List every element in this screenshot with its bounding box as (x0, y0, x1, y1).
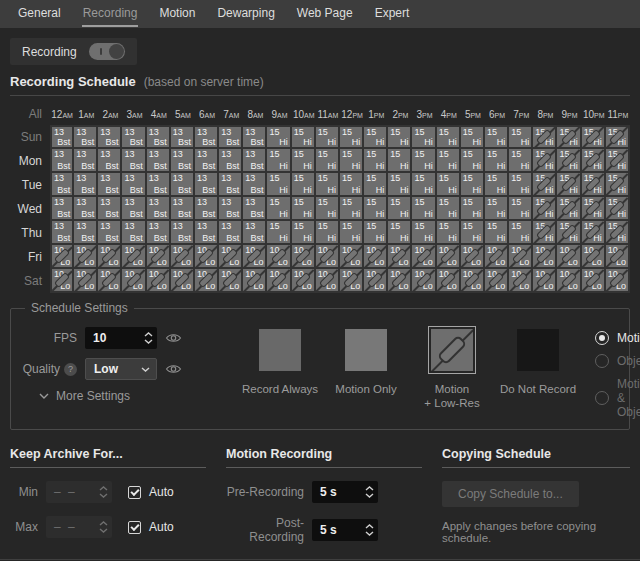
auto-checkbox[interactable] (128, 486, 141, 499)
schedule-cell[interactable]: 13Bst (171, 221, 195, 245)
min-spinbox[interactable]: – – (46, 481, 112, 503)
schedule-cell[interactable]: 15Hi (485, 197, 509, 221)
schedule-cell[interactable]: 15Hi (509, 125, 533, 149)
schedule-cell[interactable]: 13Bst (122, 125, 146, 149)
schedule-cell[interactable]: 10Lo (50, 269, 74, 293)
schedule-cell[interactable]: 13Bst (243, 173, 267, 197)
schedule-cell[interactable]: 15Hi (437, 149, 461, 173)
day-label-mon[interactable]: Mon (10, 149, 50, 173)
brush-motion-low-res[interactable]: Motion+ Low-Res (409, 327, 495, 410)
schedule-cell[interactable]: 10Lo (340, 245, 364, 269)
schedule-cell[interactable]: 15Hi (316, 173, 340, 197)
schedule-cell[interactable]: 10Lo (557, 245, 581, 269)
schedule-cell[interactable]: 13Bst (171, 149, 195, 173)
schedule-cell[interactable]: 13Bst (50, 197, 74, 221)
schedule-cell[interactable]: 13Bst (74, 125, 98, 149)
schedule-cell[interactable]: 15Hi (533, 149, 557, 173)
schedule-cell[interactable]: 10Lo (195, 245, 219, 269)
day-label-tue[interactable]: Tue (10, 173, 50, 197)
schedule-cell[interactable]: 10Lo (292, 269, 316, 293)
schedule-cell[interactable]: 15Hi (340, 149, 364, 173)
schedule-cell[interactable]: 15Hi (292, 197, 316, 221)
schedule-cell[interactable]: 13Bst (98, 125, 122, 149)
schedule-cell[interactable]: 13Bst (171, 125, 195, 149)
schedule-cell[interactable]: 10Lo (412, 269, 436, 293)
schedule-cell[interactable]: 13Bst (74, 173, 98, 197)
schedule-cell[interactable]: 15Hi (533, 173, 557, 197)
copy-schedule-button[interactable]: Copy Schedule to... (442, 481, 579, 507)
schedule-cell[interactable]: 15Hi (606, 197, 630, 221)
schedule-cell[interactable]: 15Hi (582, 125, 606, 149)
hour-header-2pm[interactable]: 2PM (388, 109, 412, 120)
schedule-cell[interactable]: 10Lo (243, 245, 267, 269)
schedule-cell[interactable]: 15Hi (267, 221, 291, 245)
quality-visibility-eye-icon[interactable] (165, 363, 182, 375)
schedule-cell[interactable]: 10Lo (74, 269, 98, 293)
schedule-cell[interactable]: 15Hi (557, 173, 581, 197)
schedule-cell[interactable]: 15Hi (461, 173, 485, 197)
hour-header-6am[interactable]: 6AM (195, 109, 219, 120)
schedule-cell[interactable]: 10Lo (582, 269, 606, 293)
schedule-cell[interactable]: 15Hi (340, 197, 364, 221)
schedule-cell[interactable]: 13Bst (195, 221, 219, 245)
schedule-cell[interactable]: 13Bst (219, 149, 243, 173)
schedule-cell[interactable]: 15Hi (412, 125, 436, 149)
fps-spinbox[interactable]: 10 (85, 327, 157, 349)
hour-header-2am[interactable]: 2AM (98, 109, 122, 120)
schedule-cell[interactable]: 13Bst (147, 125, 171, 149)
schedule-cell[interactable]: 10Lo (509, 269, 533, 293)
schedule-cell[interactable]: 13Bst (147, 173, 171, 197)
schedule-cell[interactable]: 15Hi (388, 125, 412, 149)
schedule-cell[interactable]: 13Bst (219, 173, 243, 197)
hour-header-1pm[interactable]: 1PM (364, 109, 388, 120)
hour-header-1am[interactable]: 1AM (74, 109, 98, 120)
schedule-cell[interactable]: 15Hi (267, 149, 291, 173)
schedule-cell[interactable]: 13Bst (171, 173, 195, 197)
schedule-cell[interactable]: 15Hi (606, 149, 630, 173)
schedule-cell[interactable]: 15Hi (412, 149, 436, 173)
schedule-cell[interactable]: 10Lo (412, 245, 436, 269)
schedule-cell[interactable]: 15Hi (461, 149, 485, 173)
schedule-cell[interactable]: 15Hi (437, 173, 461, 197)
schedule-cell[interactable]: 13Bst (98, 173, 122, 197)
schedule-cell[interactable]: 13Bst (243, 125, 267, 149)
hour-header-8pm[interactable]: 8PM (533, 109, 557, 120)
day-label-fri[interactable]: Fri (10, 245, 50, 269)
schedule-cell[interactable]: 10Lo (437, 269, 461, 293)
schedule-cell[interactable]: 15Hi (316, 221, 340, 245)
schedule-cell[interactable]: 10Lo (437, 245, 461, 269)
day-label-wed[interactable]: Wed (10, 197, 50, 221)
radio-motion[interactable]: Motion (595, 331, 640, 345)
schedule-cell[interactable]: 10Lo (147, 269, 171, 293)
schedule-cell[interactable]: 15Hi (437, 221, 461, 245)
schedule-cell[interactable]: 13Bst (74, 149, 98, 173)
schedule-cell[interactable]: 15Hi (340, 221, 364, 245)
day-label-sun[interactable]: Sun (10, 125, 50, 149)
schedule-cell[interactable]: 15Hi (388, 221, 412, 245)
schedule-cell[interactable]: 15Hi (606, 173, 630, 197)
recording-toggle-switch[interactable] (89, 43, 125, 60)
hour-header-3am[interactable]: 3AM (122, 109, 146, 120)
schedule-cell[interactable]: 10Lo (267, 269, 291, 293)
schedule-cell[interactable]: 15Hi (316, 149, 340, 173)
schedule-cell[interactable]: 15Hi (292, 149, 316, 173)
schedule-cell[interactable]: 15Hi (292, 125, 316, 149)
day-label-sat[interactable]: Sat (10, 269, 50, 293)
more-settings-toggle[interactable]: More Settings (39, 389, 215, 403)
spin-arrows[interactable] (362, 524, 378, 536)
schedule-cell[interactable]: 10Lo (557, 269, 581, 293)
schedule-cell[interactable]: 13Bst (219, 221, 243, 245)
hour-header-10am[interactable]: 10AM (292, 109, 316, 120)
schedule-cell[interactable]: 15Hi (485, 221, 509, 245)
spin-arrows[interactable] (96, 521, 112, 533)
schedule-cell[interactable]: 15Hi (533, 197, 557, 221)
schedule-cell[interactable]: 10Lo (50, 245, 74, 269)
schedule-cell[interactable]: 10Lo (364, 245, 388, 269)
schedule-cell[interactable]: 15Hi (582, 197, 606, 221)
tab-general[interactable]: General (7, 0, 72, 28)
brush-motion-only[interactable]: Motion Only (323, 327, 409, 410)
schedule-cell[interactable]: 13Bst (98, 149, 122, 173)
schedule-cell[interactable]: 10Lo (582, 245, 606, 269)
day-label-thu[interactable]: Thu (10, 221, 50, 245)
schedule-cell[interactable]: 13Bst (147, 149, 171, 173)
